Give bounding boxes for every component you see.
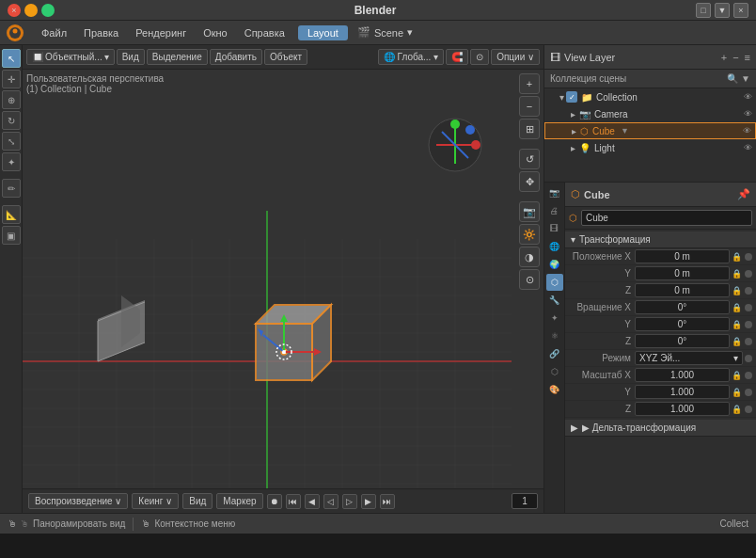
skip-start-button[interactable]: ⏮	[286, 494, 301, 509]
rotate-tool-button[interactable]: ↻	[2, 111, 21, 130]
proportional-button[interactable]: ⊙	[470, 49, 489, 65]
menu-help[interactable]: Справка	[237, 25, 292, 40]
position-x-value[interactable]: 0 m	[635, 249, 730, 263]
position-z-keyframe[interactable]	[745, 287, 752, 295]
object-menu[interactable]: Объект	[264, 49, 307, 65]
light-visibility-icon[interactable]: 👁	[744, 143, 752, 152]
measure-tool-button[interactable]: 📐	[2, 205, 21, 224]
position-y-lock[interactable]: 🔒	[730, 269, 743, 279]
marker-menu[interactable]: Маркер	[216, 493, 262, 509]
prev-frame-button[interactable]: ◀	[305, 494, 320, 509]
camera-view-button[interactable]: 📷	[519, 201, 540, 222]
rotation-mode-value[interactable]: XYZ Эй... ▾	[635, 351, 743, 365]
move-tool-button[interactable]: ⊕	[2, 90, 21, 109]
position-z-value[interactable]: 0 m	[635, 283, 730, 297]
world-props-button[interactable]: 🌍	[546, 256, 563, 273]
render-preview-button[interactable]: 🔆	[519, 224, 540, 245]
zoom-extents-button[interactable]: ⊞	[519, 119, 540, 139]
rotation-x-lock[interactable]: 🔒	[730, 303, 743, 312]
play-button[interactable]: ▷	[342, 494, 357, 509]
cube-visibility-icon[interactable]: 👁	[743, 126, 751, 136]
view-layer-options-button[interactable]: ≡	[745, 52, 750, 63]
viewport-shading-button[interactable]: ◑	[519, 247, 540, 267]
outliner-search-icon[interactable]: 🔍	[727, 73, 738, 84]
options-menu[interactable]: Опции ∨	[491, 49, 540, 65]
outliner-item-light[interactable]: ▸ 💡 Light 👁	[544, 139, 756, 156]
next-frame-button[interactable]: ▶	[361, 494, 376, 509]
workspace-layout[interactable]: Layout	[298, 25, 348, 40]
outliner-item-cube[interactable]: ▸ ⬡ Cube ▼ 👁	[544, 122, 756, 139]
current-frame[interactable]: 1	[512, 493, 538, 509]
global-local-selector[interactable]: 🌐 Глоба... ▾	[378, 49, 444, 65]
annotate-tool-button[interactable]: ✏	[2, 179, 21, 198]
rotation-x-keyframe[interactable]	[745, 304, 752, 311]
add-tool-button[interactable]: ▣	[2, 226, 21, 245]
skip-end-button[interactable]: ⏭	[380, 494, 395, 509]
menu-window[interactable]: Окно	[196, 25, 235, 40]
remove-view-layer-button[interactable]: −	[732, 52, 738, 63]
overlay-button[interactable]: ⊙	[519, 269, 540, 290]
physics-props-button[interactable]: ⚛	[546, 327, 563, 344]
camera-visibility-icon[interactable]: 👁	[744, 109, 752, 119]
position-x-keyframe[interactable]	[745, 253, 752, 261]
zoom-out-button[interactable]: −	[519, 96, 540, 117]
scale-z-value[interactable]: 1.000	[635, 402, 730, 416]
winclose-button[interactable]: ×	[733, 3, 748, 18]
keying-menu[interactable]: Кеинг ∨	[132, 493, 179, 509]
position-y-keyframe[interactable]	[745, 270, 752, 278]
pan-button[interactable]: ✥	[519, 171, 540, 192]
scale-x-lock[interactable]: 🔒	[730, 371, 743, 380]
winmax-button[interactable]: ▼	[715, 3, 730, 18]
collection-checkbox[interactable]: ✓	[566, 91, 577, 103]
maximize-button[interactable]	[41, 4, 55, 17]
constraints-props-button[interactable]: 🔗	[546, 345, 563, 362]
zoom-in-button[interactable]: +	[519, 73, 540, 94]
object-name-input[interactable]	[581, 210, 752, 226]
material-props-button[interactable]: 🎨	[546, 381, 563, 398]
scale-y-keyframe[interactable]	[745, 389, 752, 396]
rotation-y-value[interactable]: 0°	[635, 317, 730, 331]
cursor-tool-button[interactable]: ✛	[2, 70, 21, 88]
rotation-y-keyframe[interactable]	[745, 321, 752, 328]
rotation-x-value[interactable]: 0°	[635, 300, 730, 314]
outliner-filter-icon[interactable]: ▼	[741, 73, 750, 84]
orbit-button[interactable]: ↺	[519, 149, 540, 169]
rotation-y-lock[interactable]: 🔒	[730, 320, 743, 329]
prop-pin-icon[interactable]: 📌	[737, 188, 750, 200]
playback-menu[interactable]: Воспроизведение ∨	[28, 493, 128, 509]
outliner-item-collection[interactable]: ▾ ✓ 📁 Collection 👁	[544, 88, 756, 105]
select-tool-button[interactable]: ↖	[2, 49, 21, 68]
add-view-layer-button[interactable]: +	[721, 52, 727, 63]
collection-visibility-icon[interactable]: 👁	[744, 92, 752, 102]
close-button[interactable]: ×	[8, 4, 21, 17]
minimize-button[interactable]	[24, 4, 38, 17]
play-reverse-button[interactable]: ◁	[323, 494, 339, 509]
transform-tool-button[interactable]: ✦	[2, 152, 21, 171]
scale-x-value[interactable]: 1.000	[635, 368, 730, 382]
position-z-lock[interactable]: 🔒	[730, 286, 743, 295]
viewport-mode-selector[interactable]: 🔲 Объектный... ▾	[26, 49, 115, 65]
scale-y-value[interactable]: 1.000	[635, 385, 730, 399]
data-props-button[interactable]: ⬡	[546, 363, 563, 380]
scene-props-button[interactable]: 🌐	[546, 238, 563, 255]
snap-button[interactable]: 🧲	[446, 49, 468, 65]
viewport-3d[interactable]: Пользовательская перспектива (1) Collect…	[23, 70, 543, 488]
rotation-z-lock[interactable]: 🔒	[730, 337, 743, 346]
rotation-z-keyframe[interactable]	[745, 338, 752, 345]
output-props-button[interactable]: 🖨	[546, 202, 563, 219]
object-props-button[interactable]: ⬡	[546, 274, 563, 291]
modifier-props-button[interactable]: 🔧	[546, 292, 563, 309]
position-y-value[interactable]: 0 m	[635, 266, 730, 280]
scale-x-keyframe[interactable]	[745, 372, 752, 379]
add-menu[interactable]: Добавить	[210, 49, 262, 65]
menu-file[interactable]: Файл	[34, 25, 74, 40]
select-menu[interactable]: Выделение	[147, 49, 208, 65]
outliner-item-camera[interactable]: ▸ 📷 Camera 👁	[544, 105, 756, 122]
transform-header[interactable]: ▾ Трансформация	[565, 231, 756, 248]
scale-tool-button[interactable]: ⤡	[2, 132, 21, 151]
scene-dropdown-icon[interactable]: ▾	[407, 26, 413, 39]
scale-z-keyframe[interactable]	[745, 406, 752, 413]
view-layer-props-button[interactable]: 🎞	[546, 220, 563, 237]
restore-button[interactable]: □	[696, 3, 711, 18]
rotation-z-value[interactable]: 0°	[635, 334, 730, 348]
